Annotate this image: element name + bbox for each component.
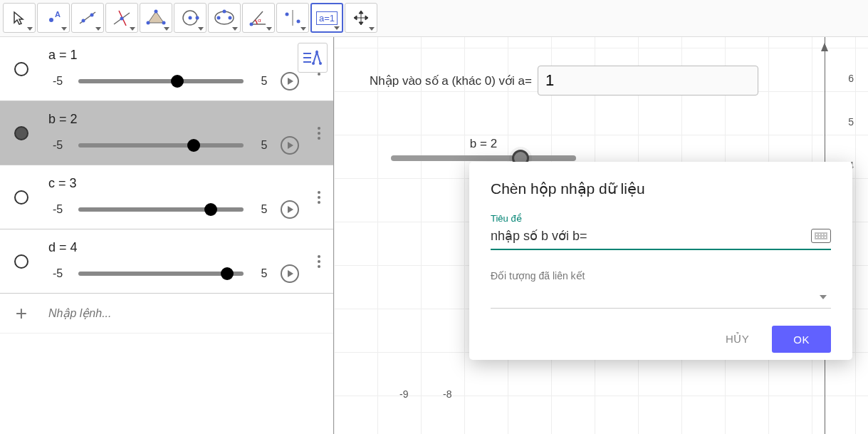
slider-b-label: b = 2 <box>391 137 576 151</box>
svg-point-21 <box>286 13 289 16</box>
command-input[interactable] <box>43 301 333 326</box>
slider-max: 5 <box>255 203 273 216</box>
row-menu-button[interactable] <box>305 229 333 293</box>
equation-label: c = 3 <box>48 176 299 191</box>
marble-icon <box>14 62 28 76</box>
dropdown-icon <box>334 26 340 30</box>
dropdown-icon <box>369 27 375 31</box>
algebra-row-b[interactable]: b = 2 -5 5 <box>0 101 333 165</box>
dropdown-icon <box>130 27 135 31</box>
svg-text:α: α <box>258 17 261 24</box>
play-icon <box>288 78 293 85</box>
caption-input[interactable] <box>491 225 811 246</box>
algebra-row-a[interactable]: a = 1 -5 5 <box>0 37 333 101</box>
visibility-toggle[interactable] <box>0 229 43 293</box>
toolbar: A α a=1 <box>0 0 868 37</box>
marble-icon <box>14 254 28 269</box>
y-tick-label: 5 <box>848 116 854 128</box>
tool-circle[interactable] <box>174 3 206 33</box>
tool-point[interactable]: A <box>37 3 70 33</box>
algebra-view: a = 1 -5 5 b = 2 -5 5 <box>0 37 334 434</box>
svg-point-26 <box>315 51 318 53</box>
slider-track[interactable] <box>78 143 244 148</box>
tool-ellipse[interactable] <box>208 3 241 33</box>
slider-max: 5 <box>255 139 273 152</box>
slider-track[interactable] <box>78 207 244 212</box>
slider-max: 5 <box>255 75 273 88</box>
play-icon <box>288 270 293 277</box>
algebra-content: c = 3 -5 5 <box>43 165 305 229</box>
marble-icon <box>14 126 28 140</box>
slider-min: -5 <box>48 75 67 88</box>
row-menu-button[interactable] <box>305 101 333 165</box>
marble-icon <box>14 190 28 205</box>
slider-thumb[interactable] <box>204 203 217 216</box>
algebra-row-c[interactable]: c = 3 -5 5 <box>0 165 333 229</box>
slider-row: -5 5 <box>48 264 299 283</box>
algebra-row-d[interactable]: d = 4 -5 5 <box>0 229 333 294</box>
svg-point-22 <box>297 20 300 24</box>
dropdown-icon <box>27 27 33 31</box>
svg-point-0 <box>49 18 53 22</box>
visibility-toggle[interactable] <box>0 37 43 100</box>
algebra-content: a = 1 -5 5 <box>43 37 305 100</box>
svg-point-4 <box>90 14 94 17</box>
keyboard-icon[interactable] <box>811 229 831 243</box>
add-button[interactable]: + <box>0 302 43 325</box>
linked-object-select[interactable] <box>491 286 831 309</box>
svg-point-12 <box>189 16 192 20</box>
svg-point-7 <box>120 17 124 21</box>
slider-track[interactable] <box>78 272 244 276</box>
svg-text:A: A <box>55 11 61 19</box>
svg-point-27 <box>312 62 315 65</box>
tool-polygon[interactable] <box>140 3 172 33</box>
inputbox-a-field[interactable] <box>538 66 758 95</box>
tool-reflect[interactable] <box>276 3 309 33</box>
svg-point-16 <box>229 16 232 20</box>
equation-label: a = 1 <box>48 48 299 63</box>
slider-thumb[interactable] <box>221 267 234 280</box>
slider-track[interactable] <box>78 79 244 83</box>
visibility-toggle[interactable] <box>0 165 43 229</box>
dropdown-icon <box>198 27 204 31</box>
inputbox-label: Nhập vào số a (khác 0) với a= <box>370 73 532 88</box>
y-tick-label: 6 <box>848 73 854 84</box>
slider-icon: a=1 <box>316 11 338 25</box>
tool-perpendicular[interactable] <box>105 3 138 33</box>
graphics-slider-b[interactable]: b = 2 <box>391 137 576 161</box>
play-button[interactable] <box>281 72 299 91</box>
svg-point-9 <box>162 21 166 25</box>
inputbox-dialog: Chèn hộp nhập dữ liệu Tiêu đề Đối tượng … <box>469 162 852 360</box>
svg-point-8 <box>155 10 158 14</box>
ok-button[interactable]: OK <box>772 326 831 353</box>
tool-move-view[interactable] <box>345 3 377 33</box>
slider-b-track[interactable] <box>391 155 576 161</box>
svg-point-28 <box>319 62 322 65</box>
equation-label: b = 2 <box>48 112 299 127</box>
dropdown-icon <box>95 27 101 31</box>
cancel-button[interactable]: HỦY <box>710 326 765 353</box>
slider-row: -5 5 <box>48 136 299 155</box>
x-tick-label: -9 <box>399 388 408 400</box>
slider-min: -5 <box>48 139 67 152</box>
dropdown-icon <box>266 27 272 31</box>
svg-point-17 <box>223 10 226 14</box>
tool-line[interactable] <box>71 3 104 33</box>
algebra-content: d = 4 -5 5 <box>43 229 305 293</box>
tool-slider[interactable]: a=1 <box>310 3 343 33</box>
slider-thumb[interactable] <box>171 75 184 88</box>
slider-min: -5 <box>48 203 67 216</box>
play-button[interactable] <box>281 264 299 283</box>
play-button[interactable] <box>281 200 299 219</box>
algebra-toggle-button[interactable] <box>298 43 328 73</box>
visibility-toggle[interactable] <box>0 101 43 165</box>
slider-min: -5 <box>48 267 67 280</box>
play-icon <box>288 206 293 213</box>
slider-thumb[interactable] <box>187 139 200 152</box>
tool-move[interactable] <box>3 3 36 33</box>
svg-point-18 <box>250 23 253 26</box>
row-menu-button[interactable] <box>305 165 333 229</box>
x-tick-label: -8 <box>443 388 451 400</box>
tool-angle[interactable]: α <box>242 3 275 33</box>
play-button[interactable] <box>281 136 299 155</box>
